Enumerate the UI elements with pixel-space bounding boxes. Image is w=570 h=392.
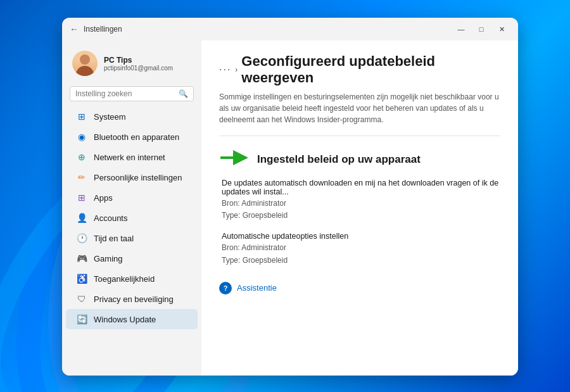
personalization-icon: ✏ xyxy=(76,172,87,183)
policy-title: Ingesteld beleid op uw apparaat xyxy=(219,149,500,170)
maximize-button[interactable]: □ xyxy=(472,22,490,36)
assistance-label: Assistentie xyxy=(237,283,277,293)
accounts-icon: 👤 xyxy=(76,212,87,224)
nav-item-privacy[interactable]: 🛡 Privacy en beveiliging xyxy=(66,289,198,309)
user-name: PC Tips xyxy=(104,56,191,65)
nav-item-apps[interactable]: ⊞ Apps xyxy=(66,187,198,208)
nav-item-network[interactable]: ⊕ Netwerk en internet xyxy=(66,147,198,167)
user-email: pctipsinfo01@gmail.com xyxy=(104,65,191,72)
accessibility-icon: ♿ xyxy=(76,273,87,284)
user-profile: PC Tips pctipsinfo01@gmail.com xyxy=(62,46,201,84)
breadcrumb-separator: › xyxy=(235,65,238,74)
network-icon: ⊕ xyxy=(76,151,87,163)
bluetooth-icon: ◉ xyxy=(76,131,87,142)
search-input[interactable] xyxy=(75,89,175,98)
policy-item-2: Automatische updateopties instellen Bron… xyxy=(219,232,500,266)
time-icon: 🕐 xyxy=(76,232,87,244)
minimize-button[interactable]: — xyxy=(452,22,470,36)
gaming-icon: 🎮 xyxy=(76,253,87,264)
search-icon: 🔍 xyxy=(179,89,188,98)
apps-icon: ⊞ xyxy=(76,192,87,203)
nav-item-gaming[interactable]: 🎮 Gaming xyxy=(66,248,198,269)
policy-item-1: De updates automatisch downloaden en mij… xyxy=(219,179,500,222)
nav-item-bluetooth[interactable]: ◉ Bluetooth en apparaten xyxy=(66,127,198,147)
privacy-icon: 🛡 xyxy=(76,293,87,305)
nav-item-accounts[interactable]: 👤 Accounts xyxy=(66,208,198,228)
policy-meta-2: Bron: Administrator Type: Groepsbeleid xyxy=(222,242,500,266)
nav-item-system[interactable]: ⊞ Systeem xyxy=(66,106,198,127)
nav-item-time[interactable]: 🕐 Tijd en taal xyxy=(66,228,198,248)
sidebar: PC Tips pctipsinfo01@gmail.com 🔍 ⊞ Syste… xyxy=(62,41,201,376)
update-icon: 🔄 xyxy=(76,313,87,325)
breadcrumb-dots: ··· xyxy=(219,64,231,75)
assistance-icon: ? xyxy=(219,282,232,294)
system-icon: ⊞ xyxy=(76,111,87,122)
settings-window: ← Instellingen — □ ✕ PC Tips pctip xyxy=(62,18,518,376)
policy-section: Ingesteld beleid op uw apparaat De updat… xyxy=(219,149,500,267)
nav-item-accessibility[interactable]: ♿ Toegankelijkheid xyxy=(66,269,198,289)
desktop: ← Instellingen — □ ✕ PC Tips pctip xyxy=(0,0,570,392)
content-area: ··· › Geconfigureerd updatebeleid weerge… xyxy=(201,41,518,376)
assistance-link[interactable]: ? Assistentie xyxy=(219,282,500,294)
window-controls: — □ ✕ xyxy=(452,22,510,36)
nav-item-personalization[interactable]: ✏ Persoonlijke instellingen xyxy=(66,167,198,187)
info-text: Sommige instellingen en besturingselemen… xyxy=(219,91,500,136)
window-title: Instellingen xyxy=(84,25,122,34)
green-arrow-icon xyxy=(219,149,250,167)
policy-desc-2: Automatische updateopties instellen xyxy=(222,232,500,241)
avatar xyxy=(72,51,98,76)
title-bar: ← Instellingen — □ ✕ xyxy=(62,18,518,41)
back-icon[interactable]: ← xyxy=(70,24,79,34)
policy-desc-1: De updates automatisch downloaden en mij… xyxy=(222,179,500,196)
page-title: Geconfigureerd updatebeleid weergeven xyxy=(241,53,500,86)
policy-meta-1: Bron: Administrator Type: Groepsbeleid xyxy=(222,198,500,222)
search-box[interactable]: 🔍 xyxy=(70,86,194,101)
nav-item-update[interactable]: 🔄 Windows Update xyxy=(66,309,198,329)
breadcrumb: ··· › Geconfigureerd updatebeleid weerge… xyxy=(219,53,500,86)
close-button[interactable]: ✕ xyxy=(493,22,510,36)
